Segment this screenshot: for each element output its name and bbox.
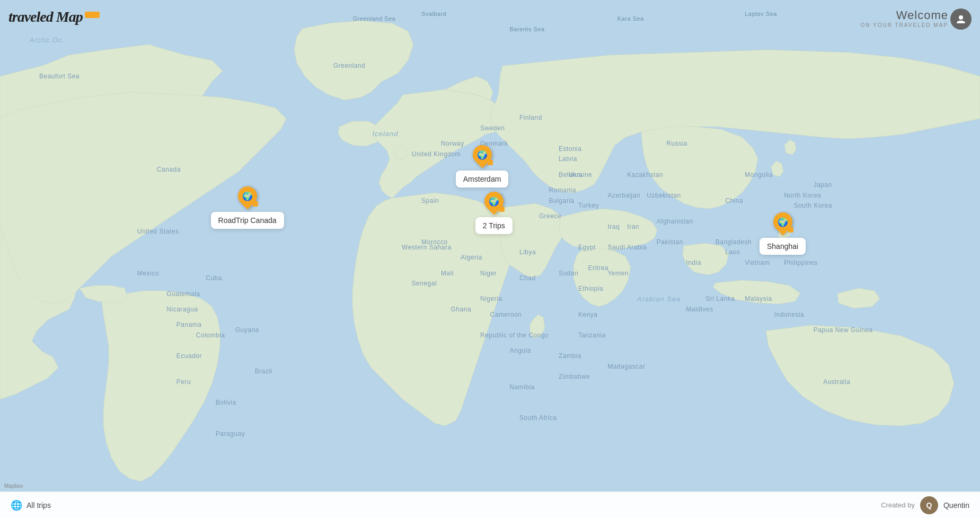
- pin-italy[interactable]: 🌍 2 Trips: [475, 192, 513, 234]
- welcome-sub: ON YOUR TRAVELED MAP: [860, 22, 948, 28]
- creator-avatar: Q: [920, 496, 938, 514]
- pin-amsterdam-label: Amsterdam: [456, 171, 509, 187]
- mapbox-credit: Mapbox: [4, 483, 23, 489]
- created-by-label: Created by: [881, 501, 915, 509]
- creator-name: Quentin: [943, 501, 969, 510]
- pin-shanghai[interactable]: 🌍 Shanghai: [760, 212, 806, 255]
- welcome-title: Welcome: [860, 8, 948, 22]
- beta-badge: BETA: [85, 12, 100, 18]
- svg-point-1: [959, 15, 963, 20]
- all-trips-label: All trips: [27, 501, 51, 510]
- map-container[interactable]: Arctic Oc. Greenland Sea Greenland Icela…: [0, 0, 980, 518]
- app-logo: traveled MapBETA: [8, 8, 100, 25]
- pin-canada[interactable]: 🌍 RoadTrip Canada: [211, 186, 284, 229]
- welcome-header: Welcome ON YOUR TRAVELED MAP: [860, 8, 948, 28]
- pin-canada-label: RoadTrip Canada: [211, 212, 284, 229]
- created-by-section: Created by Q Quentin: [881, 496, 969, 514]
- bottom-bar: 🌐 All trips Created by Q Quentin: [0, 492, 980, 518]
- globe-icon: 🌐: [11, 499, 22, 511]
- pin-italy-label: 2 Trips: [475, 217, 513, 234]
- all-trips-button[interactable]: 🌐 All trips: [11, 499, 51, 511]
- user-avatar-button[interactable]: [950, 8, 972, 30]
- pin-amsterdam[interactable]: 🌍 Amsterdam: [456, 145, 509, 187]
- pin-shanghai-label: Shanghai: [760, 238, 806, 255]
- logo-text: traveled MapBETA: [8, 8, 100, 25]
